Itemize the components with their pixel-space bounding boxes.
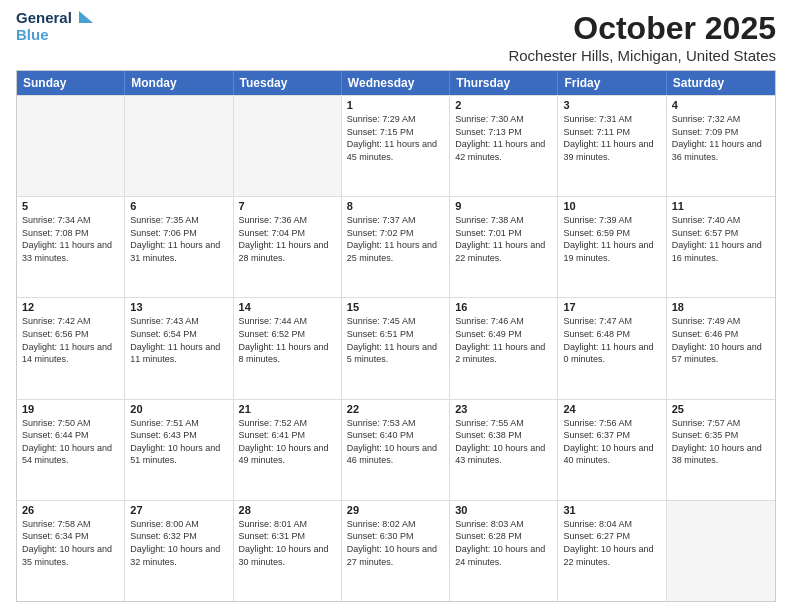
cell-info: Sunrise: 7:46 AMSunset: 6:49 PMDaylight:… [455, 315, 552, 365]
calendar-cell: 30Sunrise: 8:03 AMSunset: 6:28 PMDayligh… [450, 501, 558, 601]
calendar-cell: 4Sunrise: 7:32 AMSunset: 7:09 PMDaylight… [667, 96, 775, 196]
calendar-cell: 13Sunrise: 7:43 AMSunset: 6:54 PMDayligh… [125, 298, 233, 398]
header-wednesday: Wednesday [342, 71, 450, 95]
day-number: 16 [455, 301, 552, 313]
calendar-cell: 6Sunrise: 7:35 AMSunset: 7:06 PMDaylight… [125, 197, 233, 297]
header-thursday: Thursday [450, 71, 558, 95]
calendar-cell: 24Sunrise: 7:56 AMSunset: 6:37 PMDayligh… [558, 400, 666, 500]
cell-info: Sunrise: 8:04 AMSunset: 6:27 PMDaylight:… [563, 518, 660, 568]
day-number: 3 [563, 99, 660, 111]
day-number: 8 [347, 200, 444, 212]
calendar-body: 1Sunrise: 7:29 AMSunset: 7:15 PMDaylight… [17, 95, 775, 601]
cell-info: Sunrise: 7:43 AMSunset: 6:54 PMDaylight:… [130, 315, 227, 365]
day-number: 31 [563, 504, 660, 516]
header-monday: Monday [125, 71, 233, 95]
logo-mark: General Blue [16, 10, 95, 43]
calendar-cell: 1Sunrise: 7:29 AMSunset: 7:15 PMDaylight… [342, 96, 450, 196]
cell-info: Sunrise: 7:51 AMSunset: 6:43 PMDaylight:… [130, 417, 227, 467]
header-sunday: Sunday [17, 71, 125, 95]
cell-info: Sunrise: 7:50 AMSunset: 6:44 PMDaylight:… [22, 417, 119, 467]
calendar-cell: 14Sunrise: 7:44 AMSunset: 6:52 PMDayligh… [234, 298, 342, 398]
logo-wave-icon [75, 9, 95, 41]
day-number: 17 [563, 301, 660, 313]
day-number: 5 [22, 200, 119, 212]
cell-info: Sunrise: 7:47 AMSunset: 6:48 PMDaylight:… [563, 315, 660, 365]
calendar-cell: 21Sunrise: 7:52 AMSunset: 6:41 PMDayligh… [234, 400, 342, 500]
day-number: 12 [22, 301, 119, 313]
header-tuesday: Tuesday [234, 71, 342, 95]
calendar-cell: 8Sunrise: 7:37 AMSunset: 7:02 PMDaylight… [342, 197, 450, 297]
day-number: 9 [455, 200, 552, 212]
cell-info: Sunrise: 7:32 AMSunset: 7:09 PMDaylight:… [672, 113, 770, 163]
cell-info: Sunrise: 8:01 AMSunset: 6:31 PMDaylight:… [239, 518, 336, 568]
day-number: 13 [130, 301, 227, 313]
cell-info: Sunrise: 8:00 AMSunset: 6:32 PMDaylight:… [130, 518, 227, 568]
calendar-row-3: 12Sunrise: 7:42 AMSunset: 6:56 PMDayligh… [17, 297, 775, 398]
cell-info: Sunrise: 7:44 AMSunset: 6:52 PMDaylight:… [239, 315, 336, 365]
day-number: 2 [455, 99, 552, 111]
day-number: 23 [455, 403, 552, 415]
calendar-cell: 25Sunrise: 7:57 AMSunset: 6:35 PMDayligh… [667, 400, 775, 500]
calendar: Sunday Monday Tuesday Wednesday Thursday… [16, 70, 776, 602]
calendar-cell: 26Sunrise: 7:58 AMSunset: 6:34 PMDayligh… [17, 501, 125, 601]
cell-info: Sunrise: 7:30 AMSunset: 7:13 PMDaylight:… [455, 113, 552, 163]
day-number: 29 [347, 504, 444, 516]
calendar-cell: 28Sunrise: 8:01 AMSunset: 6:31 PMDayligh… [234, 501, 342, 601]
cell-info: Sunrise: 7:34 AMSunset: 7:08 PMDaylight:… [22, 214, 119, 264]
day-number: 7 [239, 200, 336, 212]
cell-info: Sunrise: 7:31 AMSunset: 7:11 PMDaylight:… [563, 113, 660, 163]
calendar-cell [125, 96, 233, 196]
calendar-cell: 22Sunrise: 7:53 AMSunset: 6:40 PMDayligh… [342, 400, 450, 500]
cell-info: Sunrise: 7:29 AMSunset: 7:15 PMDaylight:… [347, 113, 444, 163]
cell-info: Sunrise: 7:56 AMSunset: 6:37 PMDaylight:… [563, 417, 660, 467]
day-number: 1 [347, 99, 444, 111]
calendar-cell: 7Sunrise: 7:36 AMSunset: 7:04 PMDaylight… [234, 197, 342, 297]
cell-info: Sunrise: 7:58 AMSunset: 6:34 PMDaylight:… [22, 518, 119, 568]
cell-info: Sunrise: 7:37 AMSunset: 7:02 PMDaylight:… [347, 214, 444, 264]
day-number: 25 [672, 403, 770, 415]
day-number: 4 [672, 99, 770, 111]
cell-info: Sunrise: 7:45 AMSunset: 6:51 PMDaylight:… [347, 315, 444, 365]
day-number: 30 [455, 504, 552, 516]
calendar-cell: 15Sunrise: 7:45 AMSunset: 6:51 PMDayligh… [342, 298, 450, 398]
cell-info: Sunrise: 8:03 AMSunset: 6:28 PMDaylight:… [455, 518, 552, 568]
logo: General Blue [16, 10, 95, 43]
header-saturday: Saturday [667, 71, 775, 95]
logo-text-block: General Blue [16, 10, 72, 43]
cell-info: Sunrise: 7:49 AMSunset: 6:46 PMDaylight:… [672, 315, 770, 365]
cell-info: Sunrise: 7:57 AMSunset: 6:35 PMDaylight:… [672, 417, 770, 467]
day-number: 11 [672, 200, 770, 212]
calendar-cell: 16Sunrise: 7:46 AMSunset: 6:49 PMDayligh… [450, 298, 558, 398]
calendar-cell: 9Sunrise: 7:38 AMSunset: 7:01 PMDaylight… [450, 197, 558, 297]
day-number: 10 [563, 200, 660, 212]
calendar-cell: 10Sunrise: 7:39 AMSunset: 6:59 PMDayligh… [558, 197, 666, 297]
calendar-row-4: 19Sunrise: 7:50 AMSunset: 6:44 PMDayligh… [17, 399, 775, 500]
cell-info: Sunrise: 7:35 AMSunset: 7:06 PMDaylight:… [130, 214, 227, 264]
cell-info: Sunrise: 7:36 AMSunset: 7:04 PMDaylight:… [239, 214, 336, 264]
calendar-cell [17, 96, 125, 196]
calendar-cell: 11Sunrise: 7:40 AMSunset: 6:57 PMDayligh… [667, 197, 775, 297]
header-friday: Friday [558, 71, 666, 95]
calendar-cell: 20Sunrise: 7:51 AMSunset: 6:43 PMDayligh… [125, 400, 233, 500]
calendar-cell: 23Sunrise: 7:55 AMSunset: 6:38 PMDayligh… [450, 400, 558, 500]
logo-general: General [16, 10, 72, 27]
day-number: 15 [347, 301, 444, 313]
header: General Blue October 2025 Rochester Hill… [16, 10, 776, 64]
svg-marker-0 [79, 11, 93, 23]
cell-info: Sunrise: 8:02 AMSunset: 6:30 PMDaylight:… [347, 518, 444, 568]
cell-info: Sunrise: 7:42 AMSunset: 6:56 PMDaylight:… [22, 315, 119, 365]
cell-info: Sunrise: 7:52 AMSunset: 6:41 PMDaylight:… [239, 417, 336, 467]
logo-blue: Blue [16, 27, 72, 44]
calendar-cell: 18Sunrise: 7:49 AMSunset: 6:46 PMDayligh… [667, 298, 775, 398]
day-number: 20 [130, 403, 227, 415]
day-number: 18 [672, 301, 770, 313]
day-number: 22 [347, 403, 444, 415]
day-number: 24 [563, 403, 660, 415]
calendar-cell: 2Sunrise: 7:30 AMSunset: 7:13 PMDaylight… [450, 96, 558, 196]
calendar-cell: 17Sunrise: 7:47 AMSunset: 6:48 PMDayligh… [558, 298, 666, 398]
title-block: October 2025 Rochester Hills, Michigan, … [508, 10, 776, 64]
cell-info: Sunrise: 7:40 AMSunset: 6:57 PMDaylight:… [672, 214, 770, 264]
calendar-cell [667, 501, 775, 601]
cell-info: Sunrise: 7:55 AMSunset: 6:38 PMDaylight:… [455, 417, 552, 467]
main-title: October 2025 [508, 10, 776, 47]
